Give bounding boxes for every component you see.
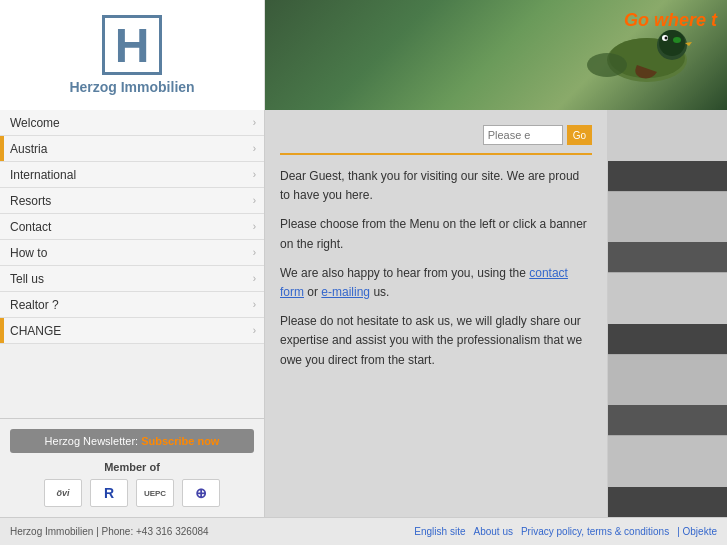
banner-bar-2 xyxy=(608,242,727,272)
subscribe-button[interactable]: Subscribe now xyxy=(141,435,219,447)
header: H Herzog Immobilien xyxy=(0,0,727,110)
footer-link-about[interactable]: About us xyxy=(473,526,512,537)
nav-label-international: International xyxy=(10,168,76,182)
member-logo-circle: ⊕ xyxy=(182,479,220,507)
orange-divider xyxy=(280,153,592,155)
contact-text: We are also happy to hear from you, usin… xyxy=(280,264,592,302)
right-banner-5[interactable] xyxy=(608,436,727,517)
nav-label-realtor: Realtor ? xyxy=(10,298,59,312)
search-input[interactable] xyxy=(483,125,563,145)
arrow-icon: › xyxy=(253,195,256,206)
nav-item-change[interactable]: CHANGE › xyxy=(0,318,264,344)
member-of-label: Member of xyxy=(10,461,254,473)
nav-item-international[interactable]: International › xyxy=(0,162,264,188)
banner-image: Go where t xyxy=(265,0,727,110)
arrow-icon: › xyxy=(253,143,256,154)
newsletter-label: Herzog Newsletter: xyxy=(45,435,142,447)
right-banner-3[interactable] xyxy=(608,273,727,355)
arrow-icon: › xyxy=(253,247,256,258)
contact-intro: We are also happy to hear from you, usin… xyxy=(280,266,526,280)
svg-point-3 xyxy=(659,30,685,56)
footer-link-objekte[interactable]: | Objekte xyxy=(677,526,717,537)
or-text: or xyxy=(307,285,321,299)
nav-item-how-to[interactable]: How to › xyxy=(0,240,264,266)
nav-item-contact[interactable]: Contact › xyxy=(0,214,264,240)
footer: Herzog Immobilien | Phone: +43 316 32608… xyxy=(0,517,727,545)
nav-item-realtor[interactable]: Realtor ? › xyxy=(0,292,264,318)
footer-link-english[interactable]: English site xyxy=(414,526,465,537)
welcome-text: Dear Guest, thank you for visiting our s… xyxy=(280,167,592,370)
banner-bar-4 xyxy=(608,405,727,435)
nav-item-tell-us[interactable]: Tell us › xyxy=(0,266,264,292)
footer-link-privacy[interactable]: Privacy policy, terms & conditions xyxy=(521,526,669,537)
banner-bar-5 xyxy=(608,487,727,517)
logo-prefix: Herzog xyxy=(69,79,120,95)
sidebar-bottom: Herzog Newsletter: Subscribe now Member … xyxy=(0,418,264,517)
right-banner-1[interactable] xyxy=(608,110,727,192)
nav-item-resorts[interactable]: Resorts › xyxy=(0,188,264,214)
footer-left: Herzog Immobilien | Phone: +43 316 32608… xyxy=(10,526,209,537)
nav-item-welcome[interactable]: Welcome › xyxy=(0,110,264,136)
arrow-icon: › xyxy=(253,117,256,128)
nav-label-how-to: How to xyxy=(10,246,47,260)
arrow-icon: › xyxy=(253,299,256,310)
newsletter-box: Herzog Newsletter: Subscribe now xyxy=(10,429,254,453)
logo-name: Herzog Immobilien xyxy=(69,79,194,95)
arrow-icon: › xyxy=(253,169,256,180)
nav-label-tell-us: Tell us xyxy=(10,272,44,286)
banner-bar-1 xyxy=(608,161,727,191)
svg-point-4 xyxy=(673,37,681,43)
main-area: Welcome › Austria › International › Reso… xyxy=(0,110,727,517)
right-banner-2[interactable] xyxy=(608,192,727,274)
member-logo-ovi: övi xyxy=(44,479,82,507)
right-panel xyxy=(607,110,727,517)
sidebar: Welcome › Austria › International › Reso… xyxy=(0,110,265,517)
svg-point-7 xyxy=(587,53,627,77)
arrow-icon: › xyxy=(253,273,256,284)
footer-right: English site About us Privacy policy, te… xyxy=(414,526,717,537)
arrow-icon: › xyxy=(253,325,256,336)
member-logo-uepc: UEPC xyxy=(136,479,174,507)
nav-menu: Welcome › Austria › International › Reso… xyxy=(0,110,264,418)
nav-label-austria: Austria xyxy=(10,142,47,156)
banner-text: Go where t xyxy=(624,10,717,31)
logo-suffix: Immobilien xyxy=(121,79,195,95)
nav-indicator xyxy=(0,136,4,161)
logo-icon: H xyxy=(102,15,162,75)
main-content: Go Dear Guest, thank you for visiting ou… xyxy=(265,110,607,517)
nav-item-austria[interactable]: Austria › xyxy=(0,136,264,162)
email-link[interactable]: e-mailing xyxy=(321,285,370,299)
nav-indicator xyxy=(0,318,4,343)
search-button[interactable]: Go xyxy=(567,125,592,145)
member-logo-r: R xyxy=(90,479,128,507)
instruction-text: Please choose from the Menu on the left … xyxy=(280,215,592,253)
nav-label-welcome: Welcome xyxy=(10,116,60,130)
search-row: Go xyxy=(280,125,592,145)
arrow-icon: › xyxy=(253,221,256,232)
nav-label-contact: Contact xyxy=(10,220,51,234)
header-banner: Go where t xyxy=(265,0,727,110)
member-logos: övi R UEPC ⊕ xyxy=(10,479,254,507)
logo-area: H Herzog Immobilien xyxy=(0,0,265,110)
page-wrapper: H Herzog Immobilien xyxy=(0,0,727,545)
banner-bar-3 xyxy=(608,324,727,354)
svg-point-6 xyxy=(665,37,668,40)
nav-label-resorts: Resorts xyxy=(10,194,51,208)
nav-label-change: CHANGE xyxy=(10,324,61,338)
offer-text: Please do not hesitate to ask us, we wil… xyxy=(280,312,592,370)
logo: H Herzog Immobilien xyxy=(69,15,194,95)
contact-suffix: us. xyxy=(373,285,389,299)
right-banner-4[interactable] xyxy=(608,355,727,437)
greeting-text: Dear Guest, thank you for visiting our s… xyxy=(280,167,592,205)
content-area: Go Dear Guest, thank you for visiting ou… xyxy=(265,110,727,517)
